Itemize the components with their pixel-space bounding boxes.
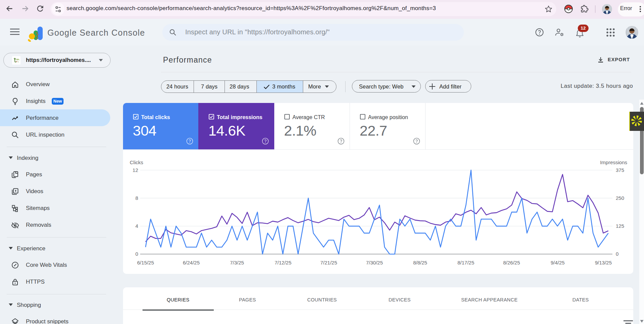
svg-text:7/12/25: 7/12/25 [275, 260, 291, 265]
svg-text:9/13/25: 9/13/25 [595, 260, 612, 265]
svg-text:7/3/25: 7/3/25 [230, 260, 244, 265]
svg-text:0: 0 [616, 251, 618, 257]
svg-text:9/4/25: 9/4/25 [551, 260, 565, 265]
svg-text:7/30/25: 7/30/25 [366, 260, 383, 265]
svg-text:125: 125 [616, 223, 624, 229]
svg-text:7/21/25: 7/21/25 [320, 260, 337, 265]
svg-text:12: 12 [132, 167, 138, 173]
svg-text:4: 4 [135, 223, 138, 229]
svg-text:6/15/25: 6/15/25 [137, 260, 154, 265]
svg-text:8/8/25: 8/8/25 [413, 260, 427, 265]
svg-text:Impressions: Impressions [600, 159, 627, 165]
svg-text:250: 250 [616, 195, 624, 201]
svg-text:8: 8 [135, 195, 138, 201]
svg-text:6/24/25: 6/24/25 [183, 260, 200, 265]
svg-text:0: 0 [135, 251, 138, 257]
svg-text:8/17/25: 8/17/25 [457, 260, 474, 265]
svg-text:8/26/25: 8/26/25 [503, 260, 520, 265]
svg-text:Clicks: Clicks [130, 159, 143, 165]
svg-text:375: 375 [616, 167, 624, 173]
